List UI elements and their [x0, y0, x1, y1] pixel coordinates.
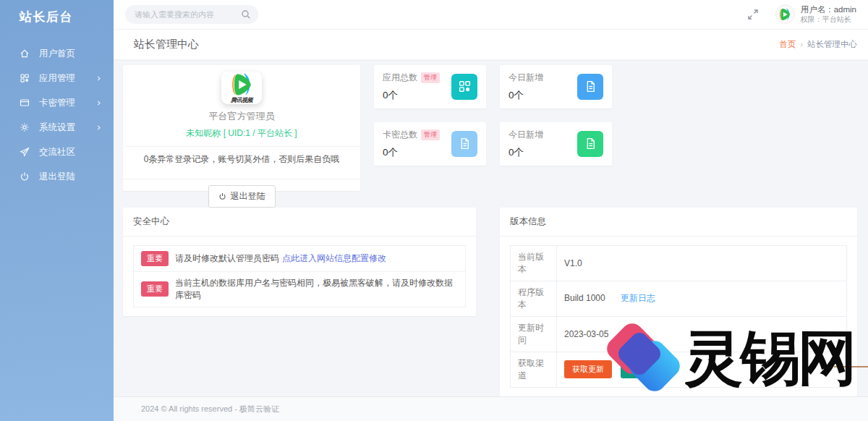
stat-value: 0个 [383, 89, 440, 102]
alert-text: 当前主机的数据库用户名与密码相同，极易被黑客破解，请及时修改数据库密码 [175, 277, 458, 302]
download-now-button[interactable]: 立即下载 [621, 360, 668, 378]
user-meta: 用户名：admin 权限：平台站长 [801, 4, 856, 24]
admin-role-text: 平台官方管理员 [209, 110, 275, 123]
sidebar-item-app-manage[interactable]: 应用管理 [0, 66, 114, 90]
sidebar-nav: 用户首页 应用管理 卡密管理 [0, 41, 114, 189]
table-row: 程序版本 Build 1000 更新日志 [511, 281, 847, 316]
card-icon [20, 98, 30, 108]
row-label: 获取渠道 [511, 352, 557, 387]
stat-value: 0个 [509, 146, 543, 159]
stat-card-total-apps: 应用总数 管理 0个 [374, 65, 486, 109]
tencent-video-logo-icon [778, 7, 792, 22]
row-value: Build 1000 [564, 293, 605, 303]
document-icon [451, 131, 477, 157]
stat-card-today-keys: 今日新增 0个 [500, 122, 612, 166]
table-row: 更新时间 2023-03-05 [511, 316, 847, 352]
document-icon [577, 131, 603, 157]
row-value: V1.0 [557, 245, 847, 281]
chevron-right-icon [95, 75, 102, 82]
stat-label: 今日新增 [509, 72, 543, 84]
changelog-link[interactable]: 更新日志 [621, 293, 655, 303]
user-name: 用户名：admin [801, 4, 856, 14]
logo-caption: 腾讯视频 [231, 96, 252, 104]
important-badge: 重要 [141, 251, 169, 266]
breadcrumb: 首页 › 站长管理中心 [779, 39, 857, 50]
page-header: 站长管理中心 首页 › 站长管理中心 [114, 30, 868, 59]
row-label: 当前版本 [511, 245, 557, 281]
alert-row: 重要 请及时修改默认管理员密码 点此进入网站信息配置修改 [134, 246, 465, 271]
grid-icon [451, 74, 477, 100]
search-input[interactable] [135, 10, 241, 19]
sidebar-item-label: 交流社区 [39, 146, 102, 158]
version-table: 当前版本 V1.0 程序版本 Build 1000 更新日志 [510, 245, 847, 388]
page-title: 站长管理中心 [134, 38, 199, 51]
power-icon [20, 171, 30, 182]
stat-card-total-keys: 卡密总数 管理 0个 [374, 122, 486, 166]
sidebar-item-card-manage[interactable]: 卡密管理 [0, 90, 114, 115]
watermark-line [834, 366, 868, 367]
manage-badge[interactable]: 管理 [421, 72, 440, 83]
app-title: 站长后台 [0, 0, 114, 25]
sidebar-item-label: 卡密管理 [39, 97, 95, 109]
row-value: 2023-03-05 [557, 316, 847, 352]
config-edit-link[interactable]: 点此进入网站信息配置修改 [282, 252, 386, 265]
alert-row: 重要 当前主机的数据库用户名与密码相同，极易被黑客破解，请及时修改数据库密码 [134, 271, 465, 307]
stat-label: 卡密总数 [383, 129, 417, 141]
sidebar-item-label: 应用管理 [39, 72, 95, 85]
apps-icon [20, 73, 30, 83]
alert-text: 请及时修改默认管理员密码 [175, 252, 279, 265]
row-label: 程序版本 [511, 281, 557, 316]
chevron-right-icon [95, 124, 102, 131]
stat-value: 0个 [383, 146, 440, 159]
get-update-button[interactable]: 获取更新 [564, 360, 612, 378]
table-row: 获取渠道 获取更新 立即下载 [511, 352, 847, 387]
chevron-right-icon [95, 100, 102, 106]
user-role: 权限：平台站长 [801, 15, 856, 25]
webmaster-admin-page: 站长后台 用户首页 应用管理 卡密 [0, 0, 868, 421]
logout-button-label: 退出登陆 [231, 190, 265, 203]
sidebar-item-user-home[interactable]: 用户首页 [0, 41, 114, 66]
stat-label: 今日新增 [509, 129, 543, 141]
sidebar-item-logout[interactable]: 退出登陆 [0, 164, 114, 189]
important-badge: 重要 [141, 281, 169, 297]
breadcrumb-separator: › [800, 40, 803, 48]
avatar[interactable] [775, 4, 795, 24]
version-info-card: 版本信息 当前版本 V1.0 程序版本 Build 1000 [500, 208, 857, 396]
version-card-title: 版本信息 [500, 208, 857, 237]
profile-card: 腾讯视频 平台官方管理员 未知昵称 [ UID:1 / 平台站长 ] 0条异常登… [123, 65, 360, 191]
sidebar-item-label: 退出登陆 [39, 171, 102, 183]
search-icon[interactable] [241, 9, 251, 20]
logout-button[interactable]: 退出登陆 [208, 185, 276, 208]
alert-list: 重要 请及时修改默认管理员密码 点此进入网站信息配置修改 重要 当前主机的数据库… [133, 245, 466, 307]
sidebar-item-label: 系统设置 [39, 122, 95, 134]
breadcrumb-home-link[interactable]: 首页 [779, 39, 796, 50]
app-logo-tile: 腾讯视频 [221, 72, 262, 104]
sidebar-item-community[interactable]: 交流社区 [0, 140, 114, 164]
security-card-title: 安全中心 [123, 208, 476, 237]
stat-cards-grid: 应用总数 管理 0个 今日新增 [374, 65, 612, 191]
stat-label: 应用总数 [383, 72, 417, 84]
login-notice-text: 0条异常登录记录，账号切莫外借，否则后果自负哦 [144, 147, 340, 172]
sidebar-item-system-settings[interactable]: 系统设置 [0, 115, 114, 140]
topbar-right: 用户名：admin 权限：平台站长 [746, 4, 856, 24]
row-label: 更新时间 [511, 316, 557, 352]
security-center-card: 安全中心 重要 请及时修改默认管理员密码 点此进入网站信息配置修改 重要 当前主… [123, 208, 476, 316]
tencent-video-logo-icon [229, 72, 255, 98]
home-icon [20, 48, 30, 59]
manage-badge[interactable]: 管理 [421, 129, 440, 140]
search-box[interactable] [125, 5, 258, 24]
admin-identity-text: 未知昵称 [ UID:1 / 平台站长 ] [186, 127, 297, 140]
table-row: 当前版本 V1.0 [511, 245, 847, 281]
stat-card-today-apps: 今日新增 0个 [500, 65, 612, 109]
stat-value: 0个 [509, 89, 543, 102]
topbar: 用户名：admin 权限：平台站长 [114, 0, 868, 30]
document-icon [577, 74, 603, 100]
power-icon [218, 192, 226, 200]
sidebar: 站长后台 用户首页 应用管理 卡密 [0, 0, 114, 421]
main-area: 用户名：admin 权限：平台站长 站长管理中心 首页 › 站长管理中心 [114, 0, 868, 421]
gear-icon [20, 122, 30, 132]
footer-copyright: 2024 © All rights reserved - 极简云验证 [114, 396, 868, 421]
fullscreen-icon[interactable] [746, 8, 760, 21]
content: 腾讯视频 平台官方管理员 未知昵称 [ UID:1 / 平台站长 ] 0条异常登… [114, 59, 868, 396]
breadcrumb-current: 站长管理中心 [807, 39, 857, 50]
